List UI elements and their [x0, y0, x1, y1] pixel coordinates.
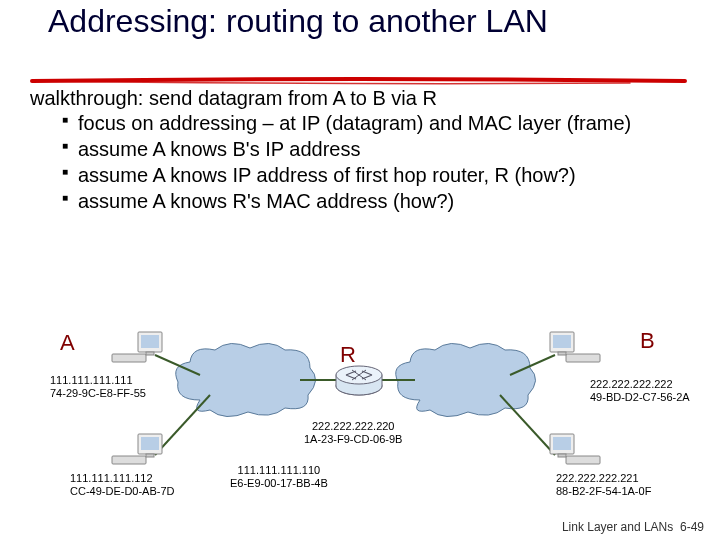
- bullet-list: focus on addressing – at IP (datagram) a…: [62, 111, 692, 215]
- router-label: R: [340, 342, 356, 368]
- mac-text: 88-B2-2F-54-1A-0F: [556, 485, 651, 498]
- ip-text: 222.222.222.220: [304, 420, 402, 433]
- addr-left2: 111.111.111.112 CC-49-DE-D0-AB-7D: [70, 472, 175, 498]
- intro-text: walkthrough: send datagram from A to B v…: [30, 87, 437, 110]
- mac-text: 74-29-9C-E8-FF-55: [50, 387, 146, 400]
- mac-text: CC-49-DE-D0-AB-7D: [70, 485, 175, 498]
- network-diagram: A R B 111.111.111.111 74-29-9C-E8-FF-55 …: [0, 300, 720, 500]
- slide: Addressing: routing to another LAN walkt…: [0, 0, 720, 540]
- svg-rect-24: [553, 437, 571, 450]
- bullet-item: focus on addressing – at IP (datagram) a…: [62, 111, 692, 135]
- computer-icon: [548, 330, 603, 368]
- svg-rect-14: [112, 456, 146, 464]
- host-b-label: B: [640, 328, 655, 354]
- svg-rect-21: [558, 352, 566, 355]
- svg-rect-10: [112, 354, 146, 362]
- svg-line-5: [500, 395, 555, 455]
- ip-text: 222.222.222.222: [590, 378, 690, 391]
- ip-text: 111.111.111.112: [70, 472, 175, 485]
- ip-text: 111.111.111.110: [230, 464, 328, 477]
- computer-icon: [110, 330, 165, 368]
- svg-rect-12: [141, 335, 159, 348]
- ip-text: 111.111.111.111: [50, 374, 146, 387]
- svg-rect-18: [566, 354, 600, 362]
- ip-text: 222.222.222.221: [556, 472, 651, 485]
- svg-rect-16: [141, 437, 159, 450]
- svg-rect-22: [566, 456, 600, 464]
- addr-router-left: 111.111.111.110 E6-E9-00-17-BB-4B: [230, 464, 328, 490]
- mac-text: 49-BD-D2-C7-56-2A: [590, 391, 690, 404]
- bullet-item: assume A knows R's MAC address (how?): [62, 189, 692, 213]
- svg-rect-20: [553, 335, 571, 348]
- footer-text: Link Layer and LANs: [562, 520, 673, 534]
- title-underline: [30, 76, 690, 86]
- footer: Link Layer and LANs 6-49: [562, 520, 704, 534]
- svg-rect-17: [146, 454, 154, 457]
- addr-host-b: 222.222.222.222 49-BD-D2-C7-56-2A: [590, 378, 690, 404]
- slide-title: Addressing: routing to another LAN: [48, 4, 548, 39]
- mac-text: E6-E9-00-17-BB-4B: [230, 477, 328, 490]
- svg-rect-25: [558, 454, 566, 457]
- addr-host-a: 111.111.111.111 74-29-9C-E8-FF-55: [50, 374, 146, 400]
- footer-page: 6-49: [680, 520, 704, 534]
- bullet-item: assume A knows IP address of first hop r…: [62, 163, 692, 187]
- host-a-label: A: [60, 330, 75, 356]
- computer-icon: [548, 432, 603, 470]
- mac-text: 1A-23-F9-CD-06-9B: [304, 433, 402, 446]
- addr-right2: 222.222.222.221 88-B2-2F-54-1A-0F: [556, 472, 651, 498]
- addr-router-right: 222.222.222.220 1A-23-F9-CD-06-9B: [304, 420, 402, 446]
- bullet-item: assume A knows B's IP address: [62, 137, 692, 161]
- computer-icon: [110, 432, 165, 470]
- svg-rect-13: [146, 352, 154, 355]
